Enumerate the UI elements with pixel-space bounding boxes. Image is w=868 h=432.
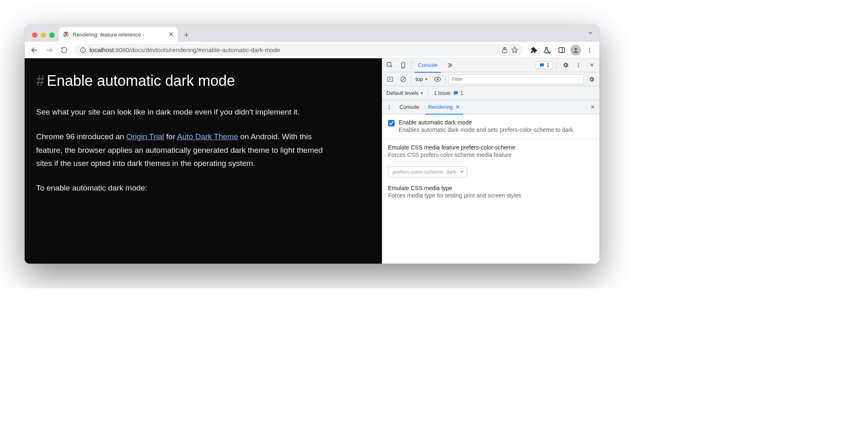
tabs-menu-icon[interactable] — [587, 30, 594, 36]
drawer-rendering-tab[interactable]: Rendering ✕ — [424, 100, 464, 114]
tab-label: Console — [400, 104, 419, 110]
close-window-icon[interactable] — [32, 32, 37, 38]
svg-point-29 — [389, 108, 390, 109]
browser-window: Rendering: feature reference - ✕ ＋ local… — [25, 25, 599, 264]
clear-console-icon[interactable] — [398, 74, 409, 85]
console-tab[interactable]: Console — [414, 58, 442, 72]
origin-trial-link[interactable]: Origin Trial — [126, 132, 164, 141]
window-controls — [28, 32, 59, 42]
toolbar-actions — [527, 44, 596, 57]
chrome-menu-icon[interactable] — [583, 44, 596, 57]
device-toolbar-icon[interactable] — [398, 60, 409, 71]
console-filters-row: Default levels ▼ 1 Issue: 1 — [382, 86, 599, 100]
section-title: Enable automatic dark mode — [399, 119, 575, 126]
issues-link[interactable]: 1 Issue: 1 — [431, 90, 466, 97]
url-port: :8080 — [114, 46, 129, 53]
svg-point-28 — [389, 106, 390, 107]
svg-rect-10 — [559, 48, 565, 53]
close-rendering-tab-icon[interactable]: ✕ — [455, 104, 460, 110]
devtools-top-tabs: Console 1 ✕ — [382, 58, 599, 72]
svg-line-25 — [402, 78, 405, 81]
more-tabs-icon[interactable] — [444, 60, 455, 71]
svg-point-15 — [589, 51, 590, 53]
svg-point-19 — [578, 63, 579, 64]
devtools-menu-icon[interactable] — [573, 60, 584, 71]
page-viewport: #Enable automatic dark mode See what you… — [25, 58, 382, 264]
badge-count: 1 — [547, 62, 549, 68]
issue-count: 1 — [460, 90, 463, 96]
tab-label: Rendering — [428, 104, 453, 110]
context-value: top — [416, 76, 423, 82]
page-heading: #Enable automatic dark mode — [36, 68, 370, 93]
body-paragraph: Chrome 96 introduced an Origin Trial for… — [36, 130, 332, 170]
url-path: /docs/devtools/rendering/#enable-automat… — [129, 46, 280, 53]
chrome-favicon-icon — [63, 31, 69, 38]
profile-avatar[interactable] — [569, 44, 582, 57]
devtools-panel: Console 1 ✕ — [382, 58, 599, 264]
tab-strip: Rendering: feature reference - ✕ ＋ — [25, 25, 599, 42]
intro-paragraph: See what your site can look like in dark… — [36, 106, 332, 119]
back-button[interactable] — [28, 44, 41, 57]
auto-dark-theme-link[interactable]: Auto Dark Theme — [177, 132, 238, 141]
log-levels-selector[interactable]: Default levels ▼ — [385, 90, 425, 96]
svg-point-6 — [83, 48, 83, 49]
share-icon[interactable] — [501, 47, 508, 53]
drawer-menu-icon[interactable] — [384, 102, 395, 113]
extensions-icon[interactable] — [527, 44, 540, 57]
address-bar[interactable]: localhost:8080/docs/devtools/rendering/#… — [75, 44, 523, 56]
console-settings-icon[interactable] — [586, 74, 597, 85]
rendering-panel: Enable automatic dark mode Enables autom… — [382, 114, 599, 264]
execute-icon[interactable] — [385, 74, 395, 85]
steps-intro: To enable automatic dark mode: — [36, 182, 332, 195]
inspect-element-icon[interactable] — [385, 60, 395, 71]
svg-point-20 — [578, 64, 579, 65]
tab-title: Rendering: feature reference - — [73, 32, 165, 38]
media-type-section: Emulate CSS media type Forces media type… — [382, 183, 599, 205]
tab-label: Console — [418, 62, 438, 68]
section-desc: Forces media type for testing print and … — [388, 192, 521, 199]
svg-marker-23 — [390, 78, 391, 80]
console-toolbar: top ▼ — [382, 72, 599, 86]
svg-point-26 — [437, 78, 439, 80]
devtools-close-icon[interactable]: ✕ — [586, 60, 597, 71]
toolbar: localhost:8080/docs/devtools/rendering/#… — [25, 42, 599, 58]
url-text: localhost:8080/docs/devtools/rendering/#… — [90, 46, 498, 53]
labs-icon[interactable] — [541, 44, 554, 57]
bookmark-icon[interactable] — [511, 46, 518, 53]
issues-badge[interactable]: 1 — [535, 62, 553, 69]
site-info-icon[interactable] — [80, 47, 86, 53]
prefers-color-scheme-section: Emulate CSS media feature prefers-color-… — [382, 139, 599, 183]
heading-anchor-icon[interactable]: # — [36, 72, 44, 89]
prefers-color-scheme-select[interactable]: prefers-color-scheme: dark — [388, 166, 467, 177]
enable-dark-mode-checkbox[interactable] — [388, 120, 395, 126]
drawer-console-tab[interactable]: Console — [395, 100, 423, 114]
svg-point-21 — [578, 66, 579, 67]
svg-point-13 — [589, 48, 590, 49]
select-value: prefers-color-scheme: dark — [393, 169, 456, 175]
browser-tab[interactable]: Rendering: feature reference - ✕ — [59, 27, 178, 42]
maximize-window-icon[interactable] — [49, 32, 55, 38]
drawer-close-icon[interactable]: ✕ — [587, 102, 598, 113]
dark-mode-section: Enable automatic dark mode Enables autom… — [382, 114, 599, 139]
forward-button[interactable] — [43, 44, 56, 57]
levels-label: Default levels — [386, 90, 418, 96]
side-panel-icon[interactable] — [555, 44, 568, 57]
reload-button[interactable] — [57, 44, 71, 57]
svg-point-12 — [574, 48, 576, 50]
tab-close-icon[interactable]: ✕ — [168, 31, 174, 38]
issue-label: 1 Issue: — [434, 90, 451, 96]
section-desc: Forces CSS prefers-color-scheme media fe… — [388, 152, 515, 158]
live-expression-icon[interactable] — [432, 74, 443, 85]
message-icon — [453, 90, 459, 96]
avatar-icon — [570, 45, 581, 55]
new-tab-button[interactable]: ＋ — [180, 28, 193, 41]
url-host: localhost — [90, 46, 114, 53]
svg-point-14 — [589, 49, 590, 51]
settings-icon[interactable] — [560, 60, 571, 71]
minimize-window-icon[interactable] — [41, 32, 46, 38]
filter-input[interactable] — [448, 74, 584, 84]
svg-marker-9 — [512, 47, 517, 52]
page-title: Enable automatic dark mode — [47, 72, 235, 89]
svg-point-27 — [389, 105, 390, 106]
context-selector[interactable]: top ▼ — [414, 76, 430, 82]
